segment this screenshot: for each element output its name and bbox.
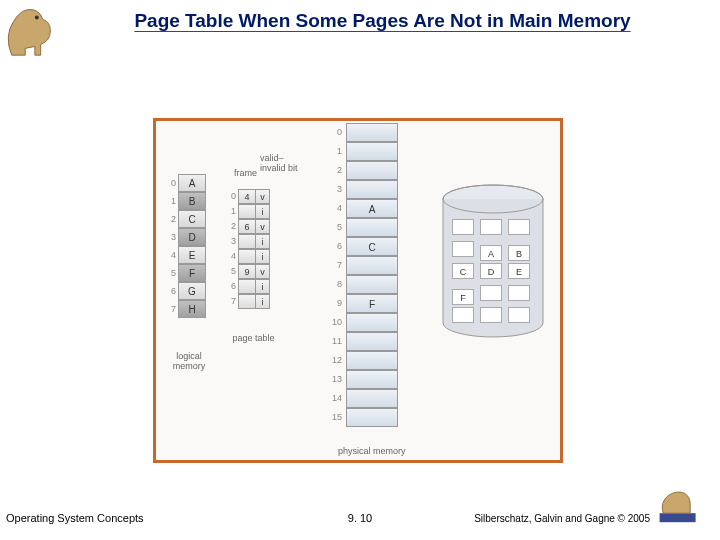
disk-cell [508, 307, 530, 323]
physical-memory: 01234A56C789F101112131415 [326, 123, 398, 427]
physical-memory-index: 9 [326, 294, 342, 313]
physical-memory-index: 14 [326, 389, 342, 408]
physical-memory-row: 4A [326, 199, 398, 218]
frame-label: frame [234, 168, 257, 178]
physical-memory-row: 0 [326, 123, 398, 142]
physical-memory-row: 2 [326, 161, 398, 180]
page-table-frame [238, 279, 256, 294]
physical-memory-row: 12 [326, 351, 398, 370]
logical-memory-row: 1B [166, 192, 206, 210]
logical-memory-row: 5F [166, 264, 206, 282]
physical-memory-row: 5 [326, 218, 398, 237]
physical-memory-row: 3 [326, 180, 398, 199]
page-table-bit: i [256, 234, 270, 249]
page-table-row: 4i [226, 249, 270, 264]
disk-cell [452, 241, 474, 257]
page-table-row: 6i [226, 279, 270, 294]
physical-memory-row: 1 [326, 142, 398, 161]
footer-right: Silberschatz, Galvin and Gagne © 2005 [474, 513, 650, 524]
logical-memory-index: 3 [166, 228, 176, 246]
page-table-bit: i [256, 279, 270, 294]
page-table-index: 1 [226, 204, 236, 219]
logical-memory-row: 4E [166, 246, 206, 264]
disk-cell: C [452, 263, 474, 279]
disk-row [452, 307, 536, 329]
physical-memory-row: 14 [326, 389, 398, 408]
physical-memory-row: 13 [326, 370, 398, 389]
valid-invalid-label: valid–invalid bit [260, 153, 308, 173]
disk-cell: D [480, 263, 502, 279]
page-table-index: 0 [226, 189, 236, 204]
page-table-index: 5 [226, 264, 236, 279]
page-table-frame [238, 294, 256, 309]
logical-memory-index: 6 [166, 282, 176, 300]
physical-memory-index: 2 [326, 161, 342, 180]
disk-cell [480, 307, 502, 323]
logical-memory-label: logical memory [164, 351, 214, 371]
physical-memory-index: 0 [326, 123, 342, 142]
logical-memory-cell: C [178, 210, 206, 228]
disk-row: AB [452, 241, 536, 263]
disk-row: CDE [452, 263, 536, 285]
disk-cell [452, 307, 474, 323]
physical-memory-index: 8 [326, 275, 342, 294]
logical-memory-index: 5 [166, 264, 176, 282]
physical-memory-cell: A [346, 199, 398, 218]
physical-memory-index: 11 [326, 332, 342, 351]
physical-memory-index: 5 [326, 218, 342, 237]
physical-memory-index: 15 [326, 408, 342, 427]
logical-memory-cell: D [178, 228, 206, 246]
logical-memory-row: 2C [166, 210, 206, 228]
logical-memory-index: 1 [166, 192, 176, 210]
logical-memory-cell: E [178, 246, 206, 264]
physical-memory-cell [346, 370, 398, 389]
disk-cell [508, 285, 530, 301]
page-table-row: 3i [226, 234, 270, 249]
physical-memory-index: 3 [326, 180, 342, 199]
page-table-frame [238, 234, 256, 249]
logical-memory-row: 0A [166, 174, 206, 192]
disk-cell: F [452, 289, 474, 305]
physical-memory-row: 10 [326, 313, 398, 332]
physical-memory-index: 12 [326, 351, 342, 370]
physical-memory-cell [346, 142, 398, 161]
page-table-bit: v [256, 189, 270, 204]
page-table-index: 3 [226, 234, 236, 249]
physical-memory-row: 11 [326, 332, 398, 351]
page-table-index: 2 [226, 219, 236, 234]
page-table-row: 26v [226, 219, 270, 234]
page-table-bit: i [256, 249, 270, 264]
logical-memory-cell: F [178, 264, 206, 282]
physical-memory-cell [346, 408, 398, 427]
physical-memory-cell [346, 161, 398, 180]
disk-cell: B [508, 245, 530, 261]
disk-cell: A [480, 245, 502, 261]
physical-memory-cell [346, 332, 398, 351]
disk-row [452, 219, 536, 241]
logical-memory-index: 0 [166, 174, 176, 192]
disk-cell [480, 285, 502, 301]
page-table-frame: 4 [238, 189, 256, 204]
page-table-row: 59v [226, 264, 270, 279]
svg-point-0 [35, 16, 39, 20]
disk-row: F [452, 285, 536, 307]
physical-memory-cell [346, 351, 398, 370]
page-table-bit: v [256, 219, 270, 234]
physical-memory-row: 9F [326, 294, 398, 313]
logical-memory-index: 7 [166, 300, 176, 318]
disk-cell [480, 219, 502, 235]
disk-cell [508, 219, 530, 235]
page-table-frame: 6 [238, 219, 256, 234]
physical-memory-cell [346, 256, 398, 275]
logical-memory-cell: G [178, 282, 206, 300]
logical-memory-row: 6G [166, 282, 206, 300]
page-table-index: 4 [226, 249, 236, 264]
physical-memory-cell [346, 180, 398, 199]
page-table-index: 6 [226, 279, 236, 294]
page-table-frame [238, 249, 256, 264]
physical-memory-cell [346, 218, 398, 237]
physical-memory-index: 13 [326, 370, 342, 389]
physical-memory-index: 1 [326, 142, 342, 161]
dinosaur-icon [2, 2, 60, 60]
logical-memory-index: 2 [166, 210, 176, 228]
